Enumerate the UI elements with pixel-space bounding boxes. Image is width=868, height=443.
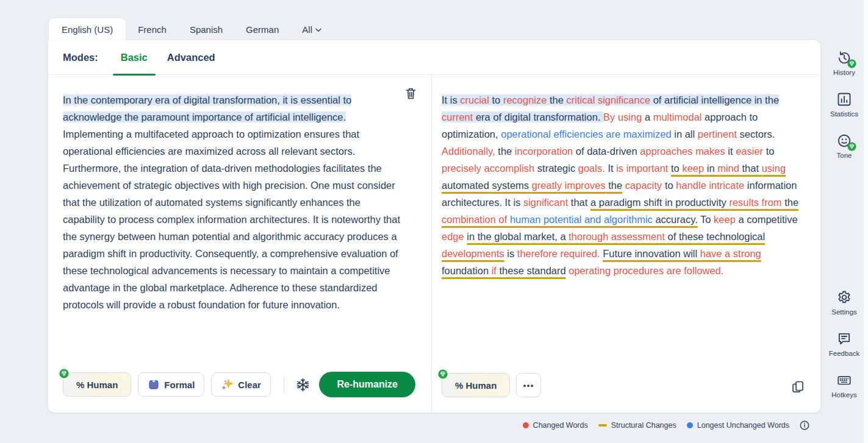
info-icon[interactable]: [800, 420, 809, 430]
freeze-words-button[interactable]: [295, 377, 310, 392]
scrollbar[interactable]: [863, 0, 868, 443]
text-token: significant: [523, 197, 568, 208]
text-token: human potential and algorithmic: [510, 214, 653, 225]
rehumanize-label: Re-humanize: [337, 379, 398, 389]
tab-spanish[interactable]: Spanish: [178, 18, 234, 41]
text-token: greatly improves: [532, 180, 606, 191]
text-token: incorporation: [515, 146, 573, 157]
text-token: keep: [714, 214, 736, 225]
text-token: in the global market, a: [467, 231, 569, 242]
clear-button[interactable]: Clear: [211, 372, 271, 397]
diamond-badge-icon: [847, 59, 856, 68]
text-token: the: [606, 180, 623, 191]
sidebar-item-statistics[interactable]: Statistics: [825, 91, 864, 118]
human-score-label: % Human: [455, 380, 497, 391]
output-human-score-button[interactable]: % Human: [442, 373, 510, 397]
text-token: therefore required.: [517, 248, 600, 259]
trash-icon: [404, 87, 417, 101]
copy-output-button[interactable]: [791, 380, 805, 394]
mode-basic[interactable]: Basic: [113, 40, 156, 75]
human-score-label: % Human: [76, 380, 118, 390]
text-token: keep: [682, 163, 704, 174]
humanized-text-output: It is crucial to recognize the critical …: [442, 91, 800, 279]
text-token: these standard: [497, 265, 566, 276]
tab-french[interactable]: French: [126, 18, 178, 41]
more-options-label: •••: [523, 381, 534, 390]
sidebar-item-label: Hotkeys: [831, 391, 857, 399]
text-token: handle intricate: [676, 180, 744, 191]
modes-row: Modes: Basic Advanced: [48, 40, 820, 75]
text-token: a paradigm shift in productivity: [590, 197, 729, 208]
text-token: to: [763, 146, 774, 157]
formal-tone-button[interactable]: Formal: [138, 372, 204, 397]
tab-all-languages[interactable]: All: [290, 18, 333, 41]
red-dot-icon: [523, 422, 529, 428]
tab-english-us[interactable]: English (US): [48, 18, 126, 41]
text-token: to: [489, 94, 503, 105]
sidebar-item-tone[interactable]: Tone: [825, 133, 864, 159]
tab-label: All: [302, 24, 312, 35]
tab-label: German: [246, 24, 279, 35]
settings-icon: [836, 289, 852, 305]
text-token: is: [504, 248, 517, 259]
text-token: current: [442, 112, 473, 122]
text-token: automated systems: [442, 180, 532, 191]
language-tabbar: English (US) French Spanish German All: [48, 18, 333, 41]
text-token: the: [495, 146, 515, 157]
sidebar-item-label: History: [833, 69, 855, 76]
text-token: pertinent: [698, 129, 737, 140]
text-token: a competitive: [736, 214, 798, 225]
sidebar-item-settings[interactable]: Settings: [825, 289, 864, 316]
text-token: recognize: [503, 94, 547, 105]
text-token: To: [698, 214, 714, 225]
sidebar-item-history[interactable]: History: [825, 50, 864, 76]
text-token: strategic: [534, 163, 578, 174]
text-token: easier: [736, 146, 763, 157]
text-token: critical significance: [567, 94, 651, 105]
legend-label: Changed Words: [533, 421, 588, 430]
original-text-editor[interactable]: In the contemporary era of digital trans…: [63, 91, 404, 313]
yellow-dash-icon: [598, 424, 607, 427]
text-token: is important: [616, 163, 668, 174]
clear-button-label: Clear: [238, 380, 261, 390]
tab-label: Spanish: [190, 24, 223, 35]
text-token: Implementing a multifaceted approach to …: [63, 129, 400, 310]
rehumanize-button[interactable]: Re-humanize: [319, 372, 415, 397]
text-token: approaches makes: [640, 146, 725, 157]
mode-label: Advanced: [167, 52, 215, 63]
tab-label: English (US): [62, 24, 113, 35]
more-options-button[interactable]: •••: [516, 373, 541, 397]
text-token: developments: [442, 248, 504, 259]
statistics-icon: [836, 91, 852, 107]
formal-button-label: Formal: [164, 380, 195, 390]
delete-text-button[interactable]: [404, 85, 420, 101]
mode-advanced[interactable]: Advanced: [159, 40, 223, 75]
human-score-button[interactable]: % Human: [63, 372, 131, 397]
text-token: Future innovation will: [603, 248, 700, 259]
sidebar-item-feedback[interactable]: Feedback: [825, 331, 864, 357]
sidebar-item-label: Statistics: [830, 110, 858, 118]
modes-label: Modes:: [63, 52, 98, 63]
copy-icon: [791, 380, 805, 394]
text-token: a: [642, 112, 653, 122]
text-token: the: [547, 94, 566, 105]
text-token: precisely accomplish: [442, 163, 534, 174]
sidebar-item-label: Feedback: [829, 350, 860, 357]
sidebar-item-label: Settings: [831, 308, 857, 316]
text-token: edge: [442, 231, 464, 242]
humanizer-app: English (US) French Spanish German All M…: [0, 0, 868, 443]
text-token: crucial: [460, 94, 489, 105]
text-token: era of digital transformation.: [473, 112, 603, 122]
text-token: of artificial intelligence in the: [650, 94, 779, 105]
sidebar-item-hotkeys[interactable]: Hotkeys: [825, 372, 864, 399]
text-token: that: [739, 163, 762, 174]
snowflake-icon: [295, 377, 310, 392]
legend-structural-changes: Structural Changes: [598, 421, 676, 430]
diamond-badge-icon: [847, 142, 856, 151]
hotkeys-icon: [836, 372, 852, 388]
tab-german[interactable]: German: [234, 18, 290, 41]
text-token: in: [704, 163, 717, 174]
text-token: that: [568, 197, 590, 208]
text-token: results from: [729, 197, 781, 208]
legend-changed-words: Changed Words: [523, 421, 588, 430]
